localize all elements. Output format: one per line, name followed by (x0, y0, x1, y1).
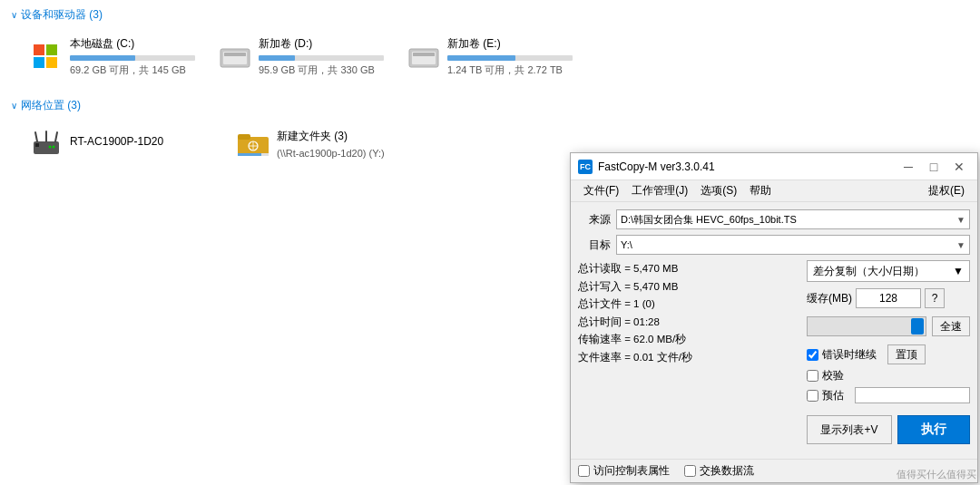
drive-d-info: 新加卷 (D:) 95.9 GB 可用，共 330 GB (259, 36, 384, 77)
router-name: RT-AC1900P-1D20 (70, 135, 213, 148)
network-folder-item[interactable]: 新建文件夹 (3) (\\Rt-ac1900p-1d20) (Y:) (229, 121, 428, 166)
estimate-label: 预估 (822, 388, 844, 403)
checkboxes-area: 错误时继续 置顶 校验 预估 (807, 344, 970, 403)
buffer-question-button[interactable]: ? (925, 288, 945, 308)
buffer-label: 缓存(MB) (807, 291, 852, 306)
target-input[interactable]: Y:\ ▼ (616, 235, 970, 255)
stat-total-write: 总计写入 = 5,470 MB (578, 278, 799, 296)
stats-area: 总计读取 = 5,470 MB 总计写入 = 5,470 MB 总计文件 = 1… (578, 260, 970, 444)
estimate-checkbox[interactable] (807, 390, 818, 402)
target-dropdown-arrow: ▼ (956, 240, 965, 250)
mode-dropdown[interactable]: 差分复制（大小/日期） ▼ (807, 260, 970, 282)
minimize-button[interactable]: ─ (897, 159, 919, 175)
stat-total-files: 总计文件 = 1 (0) (578, 296, 799, 314)
full-speed-button[interactable]: 全速 (932, 316, 970, 336)
pin-button[interactable]: 置顶 (887, 344, 926, 364)
target-label: 目标 (578, 238, 611, 253)
buffer-input[interactable] (856, 288, 921, 308)
bottom-buttons: 显示列表+V 执行 (807, 415, 970, 444)
svg-rect-11 (35, 143, 39, 147)
drive-c-size: 69.2 GB 可用，共 145 GB (70, 63, 195, 77)
router-item[interactable]: RT-AC1900P-1D20 (22, 121, 221, 166)
svg-rect-1 (46, 44, 57, 55)
svg-rect-6 (224, 53, 246, 56)
drive-e-icon (407, 41, 440, 73)
mode-dropdown-arrow: ▼ (953, 265, 964, 277)
source-input[interactable]: D:\韩国女团合集 HEVC_60fps_10bit.TS ▼ (616, 209, 970, 229)
stat-transfer-rate: 传输速率 = 62.0 MB/秒 (578, 331, 799, 349)
titlebar-icon: FC (578, 160, 593, 174)
titlebar-left: FC FastCopy-M ver3.3.0.41 (578, 160, 715, 174)
drive-e-size: 1.24 TB 可用，共 2.72 TB (447, 63, 573, 77)
window-content: 来源 D:\韩国女团合集 HEVC_60fps_10bit.TS ▼ 目标 Y:… (571, 202, 977, 459)
svg-point-16 (53, 146, 55, 149)
drive-c-fill (70, 55, 135, 61)
error-continue-row: 错误时继续 置顶 (807, 344, 970, 364)
error-continue-label: 错误时继续 (822, 347, 877, 363)
source-value: D:\韩国女团合集 HEVC_60fps_10bit.TS (621, 213, 797, 227)
svg-rect-3 (46, 57, 57, 68)
verify-checkbox[interactable] (807, 370, 818, 382)
target-value: Y:\ (621, 239, 632, 250)
menu-manage[interactable]: 工作管理(J) (626, 181, 693, 200)
close-button[interactable]: ✕ (948, 159, 970, 175)
speed-row: 全速 (807, 316, 970, 336)
network-folder-subtitle: (\\Rt-ac1900p-1d20) (Y:) (277, 148, 420, 159)
menu-options[interactable]: 选项(S) (695, 181, 742, 200)
svg-rect-0 (34, 44, 44, 55)
devices-section-header: ∨ 设备和驱动器 (3) (0, 0, 980, 26)
error-continue-checkbox[interactable] (807, 349, 818, 361)
speed-slider[interactable] (807, 316, 926, 336)
menu-help[interactable]: 帮助 (744, 181, 777, 200)
maximize-button[interactable]: □ (923, 159, 945, 175)
access-control-label: 访问控制表属性 (593, 463, 670, 479)
watermark: 值得买什么值得买 (897, 468, 976, 481)
svg-point-15 (49, 146, 52, 149)
menu-privilege[interactable]: 提权(E) (923, 181, 970, 200)
drive-c-icon (30, 41, 63, 73)
drive-e-bar (447, 55, 573, 61)
mode-label: 差分复制（大小/日期） (813, 264, 925, 279)
access-control-checkbox[interactable] (578, 465, 590, 477)
window-titlebar: FC FastCopy-M ver3.3.0.41 ─ □ ✕ (571, 153, 977, 180)
svg-rect-23 (238, 153, 261, 156)
source-dropdown-arrow: ▼ (956, 215, 965, 225)
exchange-data-checkbox[interactable] (684, 465, 696, 477)
target-row: 目标 Y:\ ▼ (578, 235, 970, 255)
window-controls: ─ □ ✕ (897, 159, 970, 175)
fastcopy-window: FC FastCopy-M ver3.3.0.41 ─ □ ✕ 文件(F) 工作… (570, 152, 978, 483)
speed-slider-thumb[interactable] (911, 318, 924, 335)
drive-e[interactable]: 新加卷 (E:) 1.24 TB 可用，共 2.72 TB (399, 30, 581, 83)
drive-e-fill (447, 55, 515, 61)
network-folder-name: 新建文件夹 (3) (277, 129, 420, 144)
list-button[interactable]: 显示列表+V (807, 415, 892, 444)
drive-c[interactable]: 本地磁盘 (C:) 69.2 GB 可用，共 145 GB (22, 30, 203, 83)
drive-c-name: 本地磁盘 (C:) (70, 36, 195, 52)
svg-rect-2 (34, 57, 44, 68)
drive-e-name: 新加卷 (E:) (447, 36, 573, 52)
svg-line-12 (35, 132, 37, 141)
estimate-extra-input[interactable] (855, 387, 970, 403)
devices-section-label: 设备和驱动器 (3) (21, 7, 103, 23)
estimate-row: 预估 (807, 387, 970, 403)
network-section-label: 网络位置 (3) (21, 98, 81, 113)
menu-file[interactable]: 文件(F) (578, 181, 624, 200)
router-info: RT-AC1900P-1D20 (70, 135, 213, 151)
chevron-icon: ∨ (11, 10, 17, 20)
exchange-data-row: 交换数据流 (684, 463, 754, 479)
svg-line-14 (55, 132, 57, 141)
window-menubar: 文件(F) 工作管理(J) 选项(S) 帮助 提权(E) (571, 180, 977, 202)
network-section-header: ∨ 网络位置 (3) (0, 91, 980, 117)
drive-d[interactable]: 新加卷 (D:) 95.9 GB 可用，共 330 GB (211, 30, 392, 83)
router-icon (30, 127, 63, 160)
execute-button[interactable]: 执行 (897, 415, 970, 444)
drive-d-name: 新加卷 (D:) (259, 36, 384, 52)
source-row: 来源 D:\韩国女团合集 HEVC_60fps_10bit.TS ▼ (578, 209, 970, 229)
stats-right: 差分复制（大小/日期） ▼ 缓存(MB) ? 全速 (807, 260, 970, 444)
network-folder-icon (237, 127, 270, 160)
access-control-row: 访问控制表属性 (578, 463, 670, 479)
titlebar-title: FastCopy-M ver3.3.0.41 (598, 160, 715, 173)
network-folder-info: 新建文件夹 (3) (\\Rt-ac1900p-1d20) (Y:) (277, 129, 420, 159)
svg-rect-18 (238, 134, 250, 140)
drive-d-fill (259, 55, 295, 61)
